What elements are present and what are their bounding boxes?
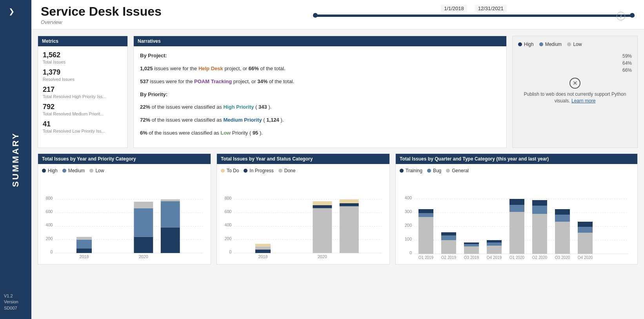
publish-close-icon[interactable]: ✕ (569, 78, 580, 89)
svg-rect-18 (161, 199, 180, 201)
svg-rect-13 (134, 237, 153, 253)
chart1-legend: High Medium Low (42, 168, 207, 173)
line1-mid: issues were for the (154, 66, 198, 71)
svg-text:Q4 2019: Q4 2019 (487, 255, 502, 259)
svg-text:400: 400 (45, 222, 53, 227)
chart2-header: Total Issues by Year and Status Category (217, 154, 389, 164)
by-project-title: By Project: (140, 53, 167, 58)
learn-more-link[interactable]: Learn more (571, 98, 595, 104)
timeline-handle-left[interactable] (313, 13, 318, 18)
main-content: Service Desk Issues Overview 1/1/2018 12… (31, 0, 644, 319)
svg-rect-15 (134, 202, 153, 208)
legend-low-label: Low (573, 42, 582, 47)
timeline-bar[interactable] (313, 15, 635, 17)
p1-mid: of the issues were classified as (152, 104, 224, 110)
medium-dot (539, 42, 543, 46)
low-dot (567, 42, 571, 46)
p3-tail: Priority ( (232, 130, 251, 136)
svg-rect-67 (532, 214, 547, 254)
svg-rect-17 (161, 201, 180, 227)
metric-resolved-high: 217 Total Resolved High Priority Iss... (43, 86, 123, 99)
svg-text:200: 200 (405, 223, 412, 228)
date-start[interactable]: 1/1/2018 (441, 5, 467, 12)
svg-rect-59 (464, 244, 479, 246)
chart3-card: Total Issues by Quarter and Type Categor… (395, 153, 638, 264)
svg-text:Q3 2019: Q3 2019 (464, 255, 479, 259)
by-priority-title: By Priority: (140, 91, 167, 97)
chart1-card: Total Issues by Year and Priority Catego… (38, 153, 211, 264)
metric-resolved-issues: 1,379 Resolved Issues (43, 68, 123, 82)
legend-bars: 59% 64% 66% (518, 53, 632, 73)
svg-text:400: 400 (224, 222, 231, 227)
svg-text:Q4 2020: Q4 2020 (578, 255, 593, 259)
top-section: Metrics 1,562 Total Issues 1,379 Resolve… (38, 36, 638, 148)
svg-rect-31 (255, 250, 271, 253)
svg-rect-16 (161, 227, 180, 253)
legend-items: High Medium Low (518, 42, 632, 47)
svg-text:600: 600 (45, 209, 53, 214)
legend-pct-1: 59% (618, 53, 632, 59)
svg-rect-14 (134, 208, 153, 237)
svg-rect-58 (464, 246, 479, 254)
line2-end: project, or (233, 78, 257, 84)
chart1-body: High Medium Low 0 200 400 600 800 (38, 164, 211, 264)
legend-pct-3: 66% (618, 67, 632, 73)
p3-priority: Low (220, 130, 231, 136)
svg-rect-60 (464, 242, 479, 244)
chart2-svg: 0 200 400 600 800 (221, 177, 386, 259)
p1-count: 343 (258, 104, 267, 110)
svg-rect-66 (509, 199, 524, 205)
svg-rect-73 (578, 233, 593, 254)
info-icon[interactable]: i (617, 12, 625, 20)
metrics-body: 1,562 Total Issues 1,379 Resolved Issues… (38, 46, 127, 142)
svg-rect-11 (76, 239, 92, 248)
legend-high-label: High (524, 42, 534, 47)
chart3-legend: Training Bug General (400, 168, 633, 173)
legend-medium: Medium (539, 42, 562, 47)
line1-num: 1,025 (140, 66, 153, 71)
chart2-body: To Do In Progress Done 0 200 400 600 800 (217, 164, 389, 264)
timeline-handle-right[interactable] (630, 13, 635, 18)
svg-text:2020: 2020 (318, 254, 327, 259)
svg-rect-53 (418, 213, 433, 217)
svg-rect-10 (76, 248, 92, 253)
svg-rect-69 (532, 200, 547, 206)
chart3-body: Training Bug General 0 100 200 300 400 (396, 164, 637, 264)
svg-rect-62 (487, 242, 502, 246)
date-end[interactable]: 12/31/2021 (475, 5, 507, 12)
svg-text:Q3 2020: Q3 2020 (555, 255, 570, 259)
publish-text: Publish to web does not currently suppor… (518, 91, 632, 104)
content-area: Metrics 1,562 Total Issues 1,379 Resolve… (31, 29, 644, 319)
chart2-legend: To Do In Progress Done (221, 168, 386, 173)
line2-mid: issues were for the (150, 78, 194, 84)
bottom-section: Total Issues by Year and Priority Catego… (38, 153, 638, 264)
svg-rect-61 (487, 246, 502, 254)
narratives-header: Narratives (134, 36, 506, 46)
line1-pct: 66% (249, 66, 259, 71)
svg-text:2020: 2020 (139, 254, 148, 259)
svg-rect-33 (255, 244, 271, 246)
svg-rect-57 (441, 232, 456, 235)
line2-num: 537 (140, 78, 149, 84)
svg-text:600: 600 (224, 209, 231, 214)
metrics-header: Metrics (38, 36, 127, 46)
page-title: Service Desk Issues (41, 5, 162, 18)
metric-resolved-low: 41 Total Resolved Low Priority Iss... (43, 120, 123, 133)
sidebar-toggle[interactable]: ❯ (9, 7, 15, 16)
svg-rect-39 (340, 199, 359, 203)
chart3-svg: 0 100 200 300 400 (400, 177, 633, 259)
svg-rect-65 (509, 205, 524, 212)
chart2-card: Total Issues by Year and Status Category… (216, 153, 390, 264)
p3-mid: of the issues were classified as (149, 130, 220, 136)
sidebar-version: V1.2 Version SD007 (4, 293, 18, 311)
svg-text:2018: 2018 (258, 254, 267, 259)
svg-rect-37 (340, 206, 359, 253)
svg-text:200: 200 (45, 236, 53, 241)
svg-text:Q2 2019: Q2 2019 (441, 255, 457, 259)
svg-text:400: 400 (405, 195, 412, 200)
p3-pct: 6% (140, 130, 147, 136)
svg-text:0: 0 (409, 250, 412, 255)
line1-tail: of the total. (260, 66, 285, 71)
svg-text:Q1 2020: Q1 2020 (509, 255, 525, 259)
svg-text:100: 100 (405, 237, 412, 241)
